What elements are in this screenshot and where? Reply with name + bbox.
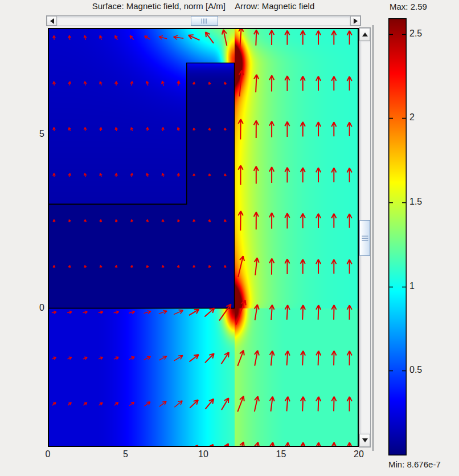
colorbar-tick-label: 1 bbox=[409, 281, 415, 291]
arrow-title: Arrow: Magnetic field bbox=[235, 1, 314, 11]
horizontal-scroll-thumb[interactable] bbox=[191, 16, 218, 26]
vertical-scrollbar[interactable] bbox=[359, 27, 371, 447]
right-arrow-icon bbox=[354, 18, 358, 24]
x-axis-tick-label: 15 bbox=[276, 449, 286, 459]
plot-title: Surface: Magnetic field, norm [A/m] Arro… bbox=[48, 1, 359, 11]
field-plot-canvas[interactable] bbox=[48, 28, 359, 447]
y-axis-tick-label: 5 bbox=[33, 129, 44, 139]
colorbar bbox=[388, 18, 407, 455]
up-arrow-icon bbox=[362, 32, 368, 36]
x-axis-tick-label: 5 bbox=[123, 449, 128, 459]
horizontal-scrollbar[interactable] bbox=[46, 15, 361, 26]
panel-divider bbox=[372, 25, 374, 451]
thumb-grip-icon bbox=[202, 18, 208, 23]
vertical-scroll-thumb[interactable] bbox=[359, 220, 370, 256]
scroll-down-button[interactable] bbox=[359, 434, 370, 447]
left-arrow-icon bbox=[50, 18, 54, 24]
down-arrow-icon bbox=[362, 438, 368, 442]
thumb-grip-icon bbox=[362, 235, 368, 241]
surface-title: Surface: Magnetic field, norm [A/m] bbox=[92, 1, 226, 11]
colorbar-max-label: Max: 2.59 bbox=[390, 2, 427, 11]
colorbar-tick-label: 2.5 bbox=[409, 29, 422, 39]
scroll-right-button[interactable] bbox=[350, 16, 360, 26]
colorbar-min-label: Min: 8.676e-7 bbox=[388, 459, 441, 469]
x-axis-tick-label: 0 bbox=[46, 449, 51, 459]
x-axis-tick-label: 10 bbox=[198, 449, 208, 459]
graphics-window: Surface: Magnetic field, norm [A/m] Arro… bbox=[0, 0, 459, 476]
colorbar-tick-label: 2 bbox=[409, 112, 415, 123]
colorbar-tick-label: 1.5 bbox=[409, 197, 422, 207]
scroll-up-button[interactable] bbox=[359, 28, 370, 41]
y-axis-tick-label: 0 bbox=[33, 303, 44, 313]
scroll-left-button[interactable] bbox=[47, 16, 57, 26]
x-axis-tick-label: 20 bbox=[354, 449, 364, 459]
colorbar-tick-label: 0.5 bbox=[409, 365, 422, 375]
